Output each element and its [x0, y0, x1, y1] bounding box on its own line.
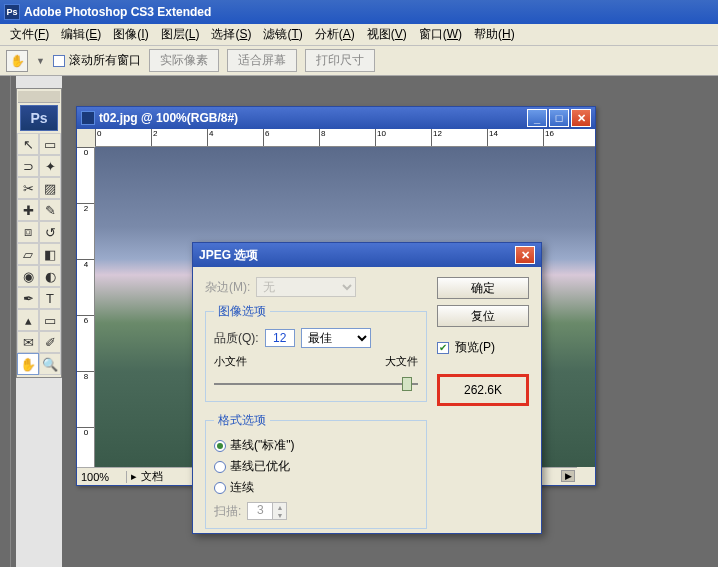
small-file-label: 小文件 [214, 354, 247, 369]
radio-baseline[interactable]: 基线("标准") [214, 437, 418, 454]
tool-palette: Ps ↖▭ ⊃✦ ✂▨ ✚✎ ⧈↺ ▱◧ ◉◐ ✒T ▴▭ ✉✐ ✋🔍 [16, 88, 62, 378]
menu-image[interactable]: 图像(I) [107, 24, 154, 45]
marquee-tool-icon[interactable]: ▭ [39, 133, 61, 155]
quality-preset-select[interactable]: 最佳 [301, 328, 371, 348]
menu-window[interactable]: 窗口(W) [413, 24, 468, 45]
ruler-tick: 0 [77, 427, 95, 437]
palette-grip[interactable] [18, 91, 60, 103]
zoom-tool-icon[interactable]: 🔍 [39, 353, 61, 375]
brush-tool-icon[interactable]: ✎ [39, 199, 61, 221]
image-options-group: 图像选项 品质(Q): 最佳 小文件 大文件 [205, 303, 427, 402]
close-button[interactable]: ✕ [571, 109, 591, 127]
eyedropper-tool-icon[interactable]: ✐ [39, 331, 61, 353]
menu-edit[interactable]: 编辑(E) [55, 24, 107, 45]
menu-analysis[interactable]: 分析(A) [309, 24, 361, 45]
app-titlebar: Ps Adobe Photoshop CS3 Extended [0, 0, 718, 24]
document-titlebar[interactable]: t02.jpg @ 100%(RGB/8#) _ □ ✕ [77, 107, 595, 129]
maximize-button[interactable]: □ [549, 109, 569, 127]
menu-view[interactable]: 视图(V) [361, 24, 413, 45]
ruler-tick: 0 [77, 147, 95, 157]
scans-value: 3 [247, 502, 273, 520]
menu-file[interactable]: 文件(F) [4, 24, 55, 45]
quality-label: 品质(Q): [214, 330, 259, 347]
menu-layer[interactable]: 图层(L) [155, 24, 206, 45]
large-file-label: 大文件 [385, 354, 418, 369]
ok-button[interactable]: 确定 [437, 277, 529, 299]
hand-tool-icon[interactable]: ✋ [6, 50, 28, 72]
type-tool-icon[interactable]: T [39, 287, 61, 309]
zoom-value[interactable]: 100% [77, 471, 127, 483]
menu-help[interactable]: 帮助(H) [468, 24, 521, 45]
statusbar-arrow-icon[interactable]: ▸ [127, 470, 141, 483]
status-label: 文档 [141, 469, 163, 484]
gradient-tool-icon[interactable]: ◧ [39, 243, 61, 265]
ruler-tick: 8 [77, 371, 95, 381]
wand-tool-icon[interactable]: ✦ [39, 155, 61, 177]
ruler-tick: 0 [95, 129, 101, 147]
radio-icon[interactable] [214, 440, 226, 452]
ruler-tick: 2 [77, 203, 95, 213]
ruler-tick: 2 [151, 129, 157, 147]
radio-optimized[interactable]: 基线已优化 [214, 458, 418, 475]
pen-tool-icon[interactable]: ✒ [17, 287, 39, 309]
dropdown-arrow-icon[interactable]: ▼ [36, 56, 45, 66]
radio-icon[interactable] [214, 482, 226, 494]
menu-filter[interactable]: 滤镜(T) [257, 24, 308, 45]
ruler-tick: 4 [207, 129, 213, 147]
image-options-legend: 图像选项 [214, 303, 270, 320]
quality-slider[interactable] [214, 369, 418, 393]
print-size-button[interactable]: 打印尺寸 [305, 49, 375, 72]
dialog-titlebar[interactable]: JPEG 选项 ✕ [193, 243, 541, 267]
ruler-horizontal: 0 2 4 6 8 10 12 14 16 [95, 129, 595, 147]
history-brush-icon[interactable]: ↺ [39, 221, 61, 243]
minimize-button[interactable]: _ [527, 109, 547, 127]
ruler-tick: 6 [77, 315, 95, 325]
matte-select: 无 [256, 277, 356, 297]
crop-tool-icon[interactable]: ✂ [17, 177, 39, 199]
quality-input[interactable] [265, 329, 295, 347]
eraser-tool-icon[interactable]: ▱ [17, 243, 39, 265]
ruler-tick: 12 [431, 129, 442, 147]
stamp-tool-icon[interactable]: ⧈ [17, 221, 39, 243]
filesize-display: 262.6K [437, 374, 529, 406]
scrollbar-arrow-right-icon[interactable]: ▶ [561, 470, 575, 482]
spinner-arrows-icon: ▲▼ [273, 502, 287, 520]
ruler-tick: 4 [77, 259, 95, 269]
ruler-tick: 8 [319, 129, 325, 147]
fit-screen-button[interactable]: 适合屏幕 [227, 49, 297, 72]
radio-progressive-label: 连续 [230, 479, 254, 496]
menu-select[interactable]: 选择(S) [205, 24, 257, 45]
radio-progressive[interactable]: 连续 [214, 479, 418, 496]
document-icon [81, 111, 95, 125]
lasso-tool-icon[interactable]: ⊃ [17, 155, 39, 177]
move-tool-icon[interactable]: ↖ [17, 133, 39, 155]
preview-checkbox[interactable] [437, 342, 449, 354]
hand-tool-icon-palette[interactable]: ✋ [17, 353, 39, 375]
matte-label: 杂边(M): [205, 279, 250, 296]
heal-tool-icon[interactable]: ✚ [17, 199, 39, 221]
dodge-tool-icon[interactable]: ◐ [39, 265, 61, 287]
preview-label: 预览(P) [455, 339, 495, 356]
ruler-tick: 6 [263, 129, 269, 147]
path-select-icon[interactable]: ▴ [17, 309, 39, 331]
slice-tool-icon[interactable]: ▨ [39, 177, 61, 199]
ruler-tick: 14 [487, 129, 498, 147]
radio-baseline-label: 基线("标准") [230, 437, 295, 454]
format-options-legend: 格式选项 [214, 412, 270, 429]
shape-tool-icon[interactable]: ▭ [39, 309, 61, 331]
reset-button[interactable]: 复位 [437, 305, 529, 327]
radio-optimized-label: 基线已优化 [230, 458, 290, 475]
document-title: t02.jpg @ 100%(RGB/8#) [99, 111, 238, 125]
ruler-vertical: 0 2 4 6 8 0 [77, 147, 95, 467]
scans-label: 扫描: [214, 503, 241, 520]
ruler-tick: 16 [543, 129, 554, 147]
blur-tool-icon[interactable]: ◉ [17, 265, 39, 287]
scroll-all-checkbox[interactable] [53, 55, 65, 67]
dialog-close-button[interactable]: ✕ [515, 246, 535, 264]
radio-icon[interactable] [214, 461, 226, 473]
actual-pixels-button[interactable]: 实际像素 [149, 49, 219, 72]
menubar: 文件(F) 编辑(E) 图像(I) 图层(L) 选择(S) 滤镜(T) 分析(A… [0, 24, 718, 46]
slider-thumb[interactable] [402, 377, 412, 391]
jpeg-options-dialog: JPEG 选项 ✕ 杂边(M): 无 图像选项 品质(Q): 最佳 [192, 242, 542, 534]
notes-tool-icon[interactable]: ✉ [17, 331, 39, 353]
